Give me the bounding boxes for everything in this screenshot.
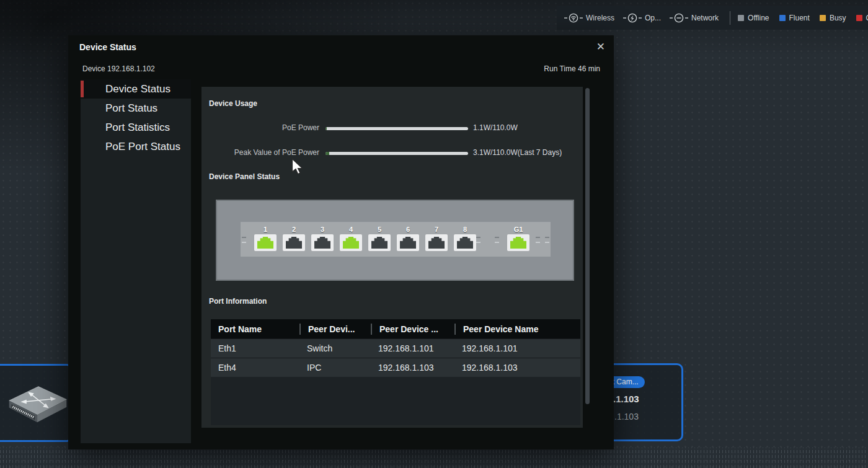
table-cell: 192.168.1.101 — [371, 343, 454, 353]
sidebar-item-port-statistics[interactable]: Port Statistics — [81, 118, 191, 137]
switch-illustration-icon — [6, 378, 70, 429]
meter-bar-fill — [326, 127, 327, 130]
legend-status-label: Offline — [748, 14, 769, 22]
table-cell: 192.168.1.103 — [371, 363, 454, 373]
column-header-1: Port Name — [211, 324, 299, 335]
sidebar-item-poe-port-status[interactable]: PoE Port Status — [81, 137, 191, 156]
device-ip-label: Device 192.168.1.102 — [82, 64, 155, 73]
meter-value: 3.1W/110.0W(Last 7 Days) — [473, 148, 562, 157]
legend-status-label: C — [866, 14, 868, 22]
port-4: 4 — [340, 225, 362, 251]
usage-meter-row: Peak Value of PoE Power3.1W/110.0W(Last … — [202, 147, 574, 159]
topology-node-switch[interactable] — [0, 364, 73, 442]
port-g1: G1 — [507, 225, 529, 251]
grid-pattern-strip — [0, 448, 868, 468]
port-number-label: 1 — [254, 225, 277, 234]
rj45-jack-icon — [428, 237, 445, 249]
port-7: 7 — [425, 225, 448, 251]
active-item-marker — [81, 81, 84, 97]
sidebar-item-port-status[interactable]: Port Status — [81, 99, 191, 118]
port-3: 3 — [311, 225, 334, 251]
close-icon[interactable]: ✕ — [596, 40, 605, 53]
legend-status-offline: Offline — [738, 14, 769, 22]
legend-link-label: Wireless — [586, 14, 614, 22]
dialog-content: Device Usage PoE Power1.1W/110.0WPeak Va… — [202, 87, 583, 428]
usage-meter-row: PoE Power1.1W/110.0W — [202, 122, 574, 135]
sidebar-item-label: Device Status — [105, 83, 170, 95]
wireless-link-icon — [564, 12, 586, 24]
port-number-label: 6 — [397, 225, 419, 234]
legend-status-fluent: Fluent — [779, 14, 810, 22]
legend-status-busy: Busy — [820, 14, 846, 22]
table-row[interactable]: Eth1Switch192.168.1.101192.168.1.101 — [211, 338, 580, 358]
port-jack-tile — [311, 234, 334, 251]
legend-link-label: Network — [691, 14, 719, 22]
sidebar-item-device-status[interactable]: Device Status — [81, 79, 191, 99]
port-number-label: 4 — [340, 225, 362, 234]
port-jack-tile — [425, 234, 448, 251]
legend-status-label: Busy — [830, 14, 846, 22]
port-jack-tile — [340, 234, 362, 251]
camera-ip-primary: .1.103 — [613, 394, 639, 404]
section-title-device-usage: Device Usage — [209, 99, 257, 108]
switch-panel-graphic: 12345678G1 — [216, 200, 574, 281]
table-body: Eth1Switch192.168.1.101192.168.1.101Eth4… — [211, 338, 580, 377]
panel-tick — [495, 237, 499, 243]
port-5: 5 — [368, 225, 391, 251]
port-1: 1 — [254, 225, 277, 251]
section-title-port-information: Port Information — [209, 297, 267, 306]
rj45-jack-active-icon — [343, 237, 359, 249]
port-number-label: G1 — [507, 225, 529, 234]
table-row[interactable]: Eth4IPC192.168.1.103192.168.1.103 — [211, 358, 580, 377]
port-6: 6 — [397, 225, 419, 251]
legend-link-wireless: Wireless — [564, 12, 614, 24]
status-color-swatch — [738, 15, 744, 21]
rj45-jack-icon — [314, 237, 330, 249]
legend-status-label: Fluent — [789, 14, 810, 22]
port-jack-tile — [397, 234, 419, 251]
dialog-title: Device Status — [79, 42, 136, 52]
dialog-sidebar: Device StatusPort StatusPort StatisticsP… — [81, 79, 191, 443]
port-jack-tile — [507, 234, 529, 251]
camera-ip-secondary: .1.103 — [614, 412, 639, 422]
rj45-jack-icon — [371, 237, 388, 249]
meter-label: PoE Power — [202, 123, 319, 132]
panel-tick — [545, 237, 549, 243]
port-number-label: 2 — [283, 225, 305, 234]
port-jack-tile — [254, 234, 277, 251]
port-8: 8 — [454, 225, 476, 251]
table-header-row: Port NamePeer Devi...Peer Device ...Peer… — [211, 319, 580, 338]
port-information-table: Port NamePeer Devi...Peer Device ...Peer… — [211, 319, 580, 425]
device-status-dialog: Device Status ✕ Device 192.168.1.102 Run… — [68, 35, 614, 449]
network-link-icon — [670, 12, 691, 24]
vertical-scrollbar[interactable] — [585, 88, 590, 404]
port-2: 2 — [283, 225, 305, 251]
rj45-jack-icon — [457, 237, 473, 249]
meter-bar-fill — [326, 152, 329, 155]
meter-bar — [326, 152, 468, 155]
status-color-swatch — [779, 15, 786, 21]
status-color-swatch — [820, 15, 826, 21]
legend-link-op: Op... — [623, 12, 661, 24]
rj45-jack-icon — [400, 237, 416, 249]
rj45-jack-active-icon — [510, 237, 526, 249]
table-cell: Eth1 — [211, 343, 299, 353]
port-strip: 12345678G1 — [241, 222, 551, 257]
sidebar-item-label: PoE Port Status — [105, 141, 180, 152]
port-number-label: 7 — [425, 225, 448, 234]
link-status-legend: OfflineFluentBusyC — [738, 14, 868, 22]
status-color-swatch — [856, 15, 862, 21]
port-number-label: 5 — [368, 225, 391, 234]
legend-link-network: Network — [670, 12, 719, 24]
legend-status-c: C — [856, 14, 868, 22]
meter-bar — [326, 127, 468, 130]
panel-tick — [476, 237, 480, 243]
meter-value: 1.1W/110.0W — [473, 123, 518, 132]
table-cell: Eth4 — [211, 363, 299, 373]
column-header-3: Peer Device ... — [371, 324, 454, 335]
panel-tick — [242, 237, 246, 243]
table-cell: Switch — [299, 343, 371, 353]
port-jack-tile — [283, 234, 305, 251]
legend-divider — [730, 11, 730, 25]
meter-label: Peak Value of PoE Power — [202, 148, 319, 157]
